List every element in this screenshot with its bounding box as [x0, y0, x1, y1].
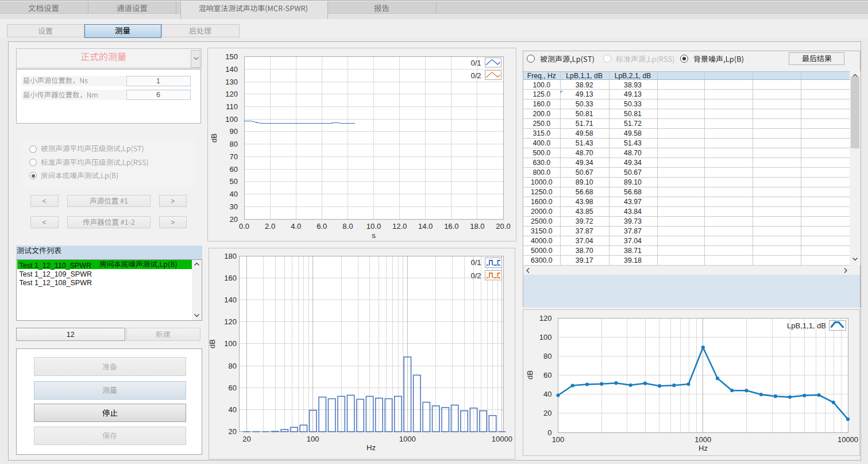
svg-text:20: 20 — [230, 215, 238, 224]
svg-text:90: 90 — [230, 127, 238, 136]
svg-text:LpB,1,1, dB: LpB,1,1, dB — [787, 321, 826, 329]
svg-text:s: s — [372, 231, 376, 240]
svg-text:dB: dB — [210, 133, 218, 143]
svg-text:10000: 10000 — [492, 435, 512, 443]
svg-text:70: 70 — [230, 152, 238, 161]
svg-text:2.0: 2.0 — [265, 222, 275, 231]
svg-text:110: 110 — [226, 102, 238, 111]
svg-text:0/2: 0/2 — [470, 71, 481, 80]
svg-text:16.0: 16.0 — [444, 222, 458, 231]
svg-text:80: 80 — [230, 140, 238, 148]
svg-text:4.0: 4.0 — [291, 222, 301, 231]
svg-text:80: 80 — [229, 362, 237, 370]
svg-text:8.0: 8.0 — [342, 222, 353, 231]
svg-text:40: 40 — [543, 390, 551, 398]
svg-text:60: 60 — [543, 371, 551, 379]
svg-text:120: 120 — [225, 90, 238, 98]
svg-text:100: 100 — [225, 115, 238, 124]
svg-text:14.0: 14.0 — [418, 222, 433, 231]
svg-text:1000: 1000 — [399, 435, 416, 443]
svg-text:40: 40 — [229, 405, 237, 414]
svg-text:10.0: 10.0 — [367, 222, 381, 231]
svg-text:0: 0 — [547, 428, 551, 436]
svg-text:0/1: 0/1 — [470, 258, 481, 267]
svg-text:100: 100 — [224, 339, 237, 348]
svg-text:120: 120 — [224, 317, 237, 326]
svg-text:100: 100 — [307, 435, 319, 443]
svg-text:18.0: 18.0 — [470, 222, 484, 231]
svg-text:40: 40 — [230, 190, 238, 198]
svg-text:130: 130 — [225, 78, 238, 86]
svg-text:12.0: 12.0 — [392, 222, 407, 231]
svg-text:60: 60 — [229, 384, 237, 392]
svg-text:80: 80 — [543, 351, 551, 360]
svg-text:160: 160 — [224, 274, 237, 282]
svg-text:0/2: 0/2 — [470, 271, 481, 280]
svg-text:140: 140 — [224, 296, 237, 304]
svg-text:100: 100 — [551, 435, 564, 444]
svg-text:150: 150 — [225, 52, 238, 61]
svg-text:30: 30 — [230, 202, 238, 211]
svg-text:Hz: Hz — [367, 443, 376, 452]
svg-text:0.0: 0.0 — [239, 222, 249, 231]
svg-text:10000: 10000 — [837, 435, 858, 444]
svg-text:Hz: Hz — [699, 444, 708, 453]
svg-text:1000: 1000 — [695, 435, 711, 444]
svg-text:20: 20 — [543, 409, 551, 417]
svg-text:0/1: 0/1 — [470, 59, 481, 67]
svg-text:50: 50 — [230, 177, 238, 186]
svg-text:120: 120 — [539, 313, 551, 322]
svg-text:100: 100 — [539, 332, 551, 341]
svg-text:20: 20 — [242, 435, 250, 443]
svg-text:dB: dB — [526, 370, 534, 379]
svg-text:140: 140 — [225, 65, 238, 74]
svg-text:180: 180 — [224, 252, 237, 260]
svg-text:dB: dB — [209, 339, 217, 348]
svg-text:6.0: 6.0 — [317, 222, 327, 231]
svg-text:20: 20 — [229, 427, 237, 436]
svg-text:60: 60 — [230, 165, 238, 174]
